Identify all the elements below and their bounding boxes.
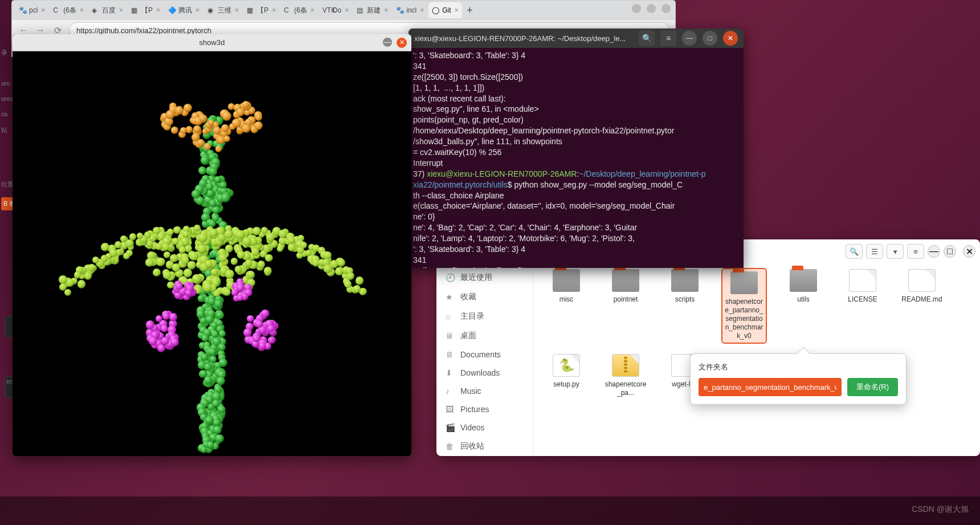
tab-close-icon[interactable]: × (235, 6, 239, 14)
sidebar-place[interactable]: ⬇Downloads (436, 364, 533, 382)
tab-close-icon[interactable]: × (384, 6, 388, 14)
tab-favicon-icon: 🔷 (168, 6, 176, 14)
place-icon: 🖼 (446, 405, 455, 414)
file-icon (908, 269, 936, 292)
browser-tab[interactable]: 🔷腾讯× (165, 2, 203, 18)
tab-close-icon[interactable]: × (311, 6, 315, 14)
tab-favicon-icon: ◈ (92, 6, 100, 14)
tab-favicon-icon: ▦ (247, 6, 255, 14)
maximize-button[interactable]: □ (703, 31, 717, 46)
browser-tab[interactable]: ▦【P× (128, 2, 164, 18)
file-label: shapenetcore_partanno_segmentation_bench… (725, 298, 763, 340)
file-item[interactable]: LICENSE (841, 269, 884, 343)
browser-tab[interactable]: ◯Git× (428, 2, 462, 18)
file-label: pointnet (604, 295, 647, 304)
terminal-output[interactable]: ': 3, 'Skateboard': 3, 'Table': 3} 4341z… (409, 48, 744, 268)
browser-tabstrip: 🐾pcl×C(6条×◈百度×▦【P×🔷腾讯×◉三维×▦【P×C(6条×VTKDo… (12, 1, 675, 20)
rename-confirm-button[interactable]: 重命名(R) (847, 378, 898, 396)
py-icon (553, 354, 580, 377)
tab-close-icon[interactable]: × (119, 6, 123, 14)
maximize-icon[interactable] (647, 4, 656, 13)
sidebar-place[interactable]: 🖥桌面 (436, 326, 533, 345)
place-icon: ⬇ (446, 368, 455, 377)
browser-tab[interactable]: ▤新建× (353, 2, 391, 18)
files-grid[interactable]: miscpointnetscriptsshapenetcore_partanno… (533, 239, 980, 456)
tab-favicon-icon: VTK (322, 6, 330, 14)
file-item[interactable]: pointnet (604, 269, 647, 343)
browser-tab[interactable]: C(6条× (50, 2, 87, 18)
files-sidebar: 🕘最近使用★收藏⌂主目录🖥桌面🗎Documents⬇Downloads♪Musi… (436, 239, 533, 456)
place-icon: ★ (446, 292, 455, 302)
terminal-title: xiexu@xiexu-LEGION-REN7000P-26AMR: ~/Des… (414, 34, 633, 43)
tab-favicon-icon: ▤ (357, 6, 365, 14)
minimize-button[interactable]: — (682, 31, 697, 46)
file-label: scripts (663, 295, 707, 304)
file-label: utils (782, 295, 825, 304)
sidebar-place[interactable]: ★收藏 (436, 287, 533, 307)
browser-tab[interactable]: C(6条× (280, 2, 318, 18)
browser-tab[interactable]: ◈百度× (88, 2, 126, 18)
tab-favicon-icon: 🐾 (396, 6, 404, 14)
terminal-search-icon[interactable]: 🔍 (639, 30, 655, 46)
close-icon[interactable] (662, 4, 671, 13)
browser-tab[interactable]: 🐾pcl× (15, 2, 48, 18)
folder-icon (612, 269, 639, 292)
tab-favicon-icon: ◯ (432, 6, 440, 14)
tab-favicon-icon: C (53, 6, 61, 14)
close-button[interactable]: ✕ (397, 38, 407, 48)
rename-input[interactable] (699, 378, 842, 396)
browser-tab[interactable]: ◉三维× (204, 2, 242, 18)
terminal-menu-icon[interactable]: ≡ (660, 30, 676, 46)
file-item[interactable]: shapenetcore_partanno_segmentation_bench… (722, 269, 766, 343)
file-label: README.md (900, 295, 944, 304)
file-label: shapenetcore_pa... (604, 380, 647, 397)
file-label: setup.py (545, 380, 588, 389)
minimize-button[interactable]: — (383, 38, 392, 47)
sidebar-place[interactable]: 🖼Pictures (436, 400, 533, 418)
tab-close-icon[interactable]: × (195, 6, 199, 14)
folder-icon (671, 269, 699, 292)
place-icon: 🗑 (446, 442, 455, 451)
file-item[interactable]: setup.py (545, 354, 588, 397)
browser-tab[interactable]: 🐾incl× (393, 2, 427, 18)
place-icon: ♪ (446, 386, 455, 396)
file-item[interactable]: shapenetcore_pa... (604, 354, 647, 397)
place-icon: 🗎 (446, 350, 455, 359)
file-item[interactable]: scripts (663, 269, 707, 343)
close-button[interactable]: ✕ (723, 31, 738, 46)
file-item[interactable]: README.md (900, 269, 944, 343)
browser-tab[interactable]: VTKDo× (319, 2, 352, 18)
files-window: 🔍 ☰ ▾ ≡ — □ ✕ 🕘最近使用★收藏⌂主目录🖥桌面🗎Documents⬇… (436, 239, 980, 456)
browser-tab[interactable]: ▦【P× (243, 2, 279, 18)
show3d-window: show3d — ✕ (13, 34, 411, 456)
file-item[interactable]: misc (545, 269, 588, 343)
sidebar-place[interactable]: 🕘最近使用 (436, 268, 533, 287)
place-icon: ⌂ (446, 312, 455, 321)
sidebar-place[interactable]: 🗎Documents (436, 345, 533, 364)
sidebar-place[interactable]: ⌂主目录 (436, 307, 533, 326)
tab-favicon-icon: ▦ (131, 6, 139, 14)
tab-favicon-icon: C (284, 6, 292, 14)
file-label: misc (545, 295, 588, 304)
folder-icon (730, 271, 758, 294)
sidebar-place[interactable]: 🗑回收站 (436, 437, 533, 456)
tab-close-icon[interactable]: × (345, 6, 349, 14)
watermark: CSDN @谢大旭 (912, 504, 969, 515)
tab-close-icon[interactable]: × (41, 6, 45, 14)
sidebar-place[interactable]: ♪Music (436, 382, 533, 400)
file-icon (849, 269, 876, 292)
tab-close-icon[interactable]: × (80, 6, 84, 14)
sidebar-place[interactable]: 🎬Videos (436, 418, 533, 437)
tab-close-icon[interactable]: × (156, 6, 160, 14)
tab-close-icon[interactable]: × (272, 6, 276, 14)
show3d-title: show3d (199, 38, 225, 47)
tab-close-icon[interactable]: × (455, 6, 459, 14)
new-tab-button[interactable]: + (463, 3, 477, 17)
zip-icon (612, 354, 639, 377)
rename-heading: 文件夹名 (699, 362, 898, 372)
pointcloud-canvas[interactable] (13, 51, 411, 456)
minimize-icon[interactable] (632, 4, 641, 13)
tab-favicon-icon: ◉ (207, 6, 215, 14)
file-item[interactable]: utils (782, 269, 825, 343)
tab-close-icon[interactable]: × (420, 6, 424, 14)
